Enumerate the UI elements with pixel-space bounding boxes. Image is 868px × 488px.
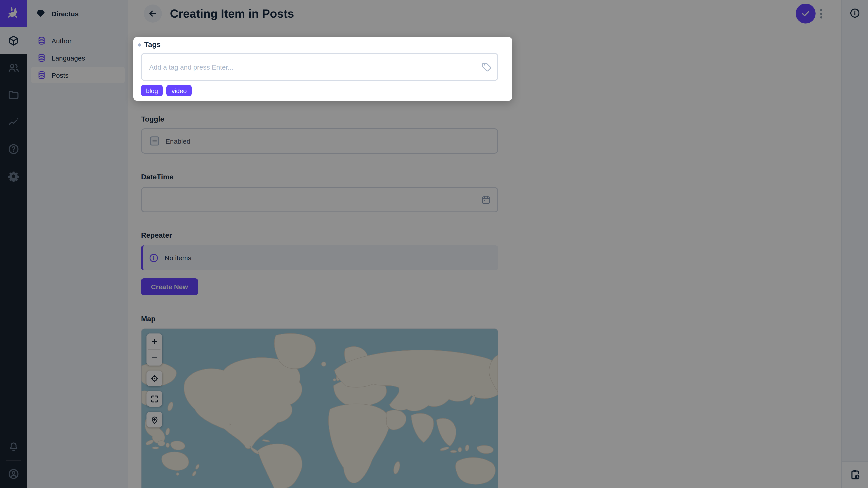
- tag-chip-list: blog video: [141, 85, 192, 96]
- tags-field-card: Tags blog video: [133, 37, 512, 101]
- tag-chip[interactable]: video: [166, 85, 192, 96]
- tags-field-label: Tags: [144, 41, 160, 49]
- tags-input[interactable]: [141, 53, 498, 81]
- tags-input-wrap: [141, 53, 498, 81]
- tag-chip[interactable]: blog: [141, 85, 163, 96]
- app-window: Creating Item in Posts Toggle Enabled Da…: [0, 0, 868, 488]
- tags-field-header: Tags: [138, 41, 160, 49]
- edited-dot-icon: [138, 43, 141, 46]
- tag-icon[interactable]: [481, 61, 492, 72]
